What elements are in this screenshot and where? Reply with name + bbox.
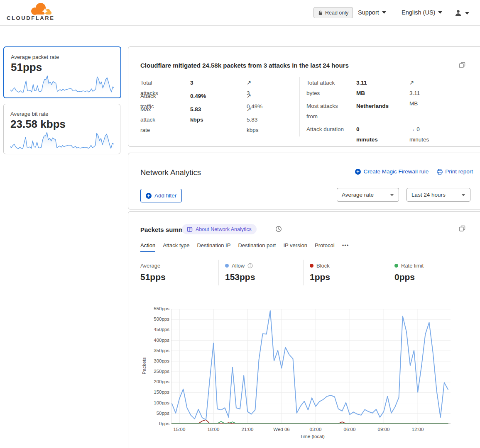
y-tick: 250pps [137,369,169,374]
x-axis-title: Time (local) [279,434,345,439]
stat-trend: ↗ 5.83 kbps [247,104,259,135]
stat-value: 5.83 kbps [190,104,203,125]
support-label: Support [358,9,379,16]
stat-label: Attack duration [306,124,356,134]
stat-value: 3.11 MB [356,78,367,98]
read-only-badge: Read only [313,7,353,18]
stat-trend: ↗ 3.11 MB [409,78,420,109]
about-network-analytics-badge[interactable]: About Network Analytics [182,224,257,234]
block-series-dot [310,264,313,268]
tab-protocol[interactable]: Protocol [315,242,335,252]
top-header: CLOUDFLARE Read only Support English (US… [0,0,480,26]
support-menu[interactable]: Support [358,9,386,16]
create-magic-firewall-rule-link[interactable]: Create Magic Firewall rule [355,168,429,175]
kpi-label: Average [140,263,160,269]
x-tick: 18:00 [208,427,220,432]
y-axis-title: Packets [142,353,147,378]
kpi-label: Allow [232,263,245,269]
network-analytics-actions: Create Magic Firewall rule Print report [307,168,473,175]
kpi-value: 1pps [310,272,330,282]
tab-destination-ip[interactable]: Destination IP [197,242,230,252]
allow-series-dot [225,264,229,268]
stat-label: Max attack rate [140,104,155,135]
y-tick: 300pps [137,358,169,363]
brand-wordmark: CLOUDFLARE [7,15,55,21]
chevron-down-icon [382,11,386,14]
x-tick: 12:00 [412,427,424,432]
kpi-allow: Allow 153pps [225,263,255,282]
print-report-label: Print report [445,168,473,175]
metric-label: Average bit rate [10,111,120,117]
y-tick: 400pps [137,338,169,343]
kpi-label: Rate limit [401,263,424,269]
x-tick: 15:00 [174,427,186,432]
print-report-link[interactable]: Print report [437,168,473,175]
copy-icon[interactable] [459,62,465,68]
bit-rate-sparkline [10,131,114,151]
kpi-average: Average 51pps [140,263,166,282]
rate-limit-series-dot [394,264,398,268]
language-label: English (US) [402,9,435,16]
dimension-tabs: Action Attack type Destination IP Destin… [140,242,349,252]
stat-value: Netherlands [356,101,389,111]
copy-icon[interactable] [459,225,465,232]
chevron-down-icon [438,11,442,14]
more-tabs-button[interactable]: ••• [342,242,349,252]
packets-summary-chart[interactable] [171,309,451,424]
metric-select[interactable]: Average rate [337,188,399,202]
kpi-block: Block 1pps [310,263,330,282]
cloudflare-cloud-icon [29,2,52,16]
metric-label: Average packet rate [11,54,120,60]
y-tick: 350pps [137,348,169,353]
kpi-divider [303,260,304,285]
metric-select-value: Average rate [342,192,374,198]
x-tick: 06:00 [344,427,356,432]
y-tick: 500pps [137,317,169,321]
language-menu[interactable]: English (US) [402,9,442,16]
packet-rate-sparkline [10,74,114,94]
y-tick: 0pps [137,421,169,426]
create-rule-label: Create Magic Firewall rule [363,168,429,175]
metric-card-packet-rate[interactable]: Average packet rate 51pps [3,46,121,98]
printer-icon [437,169,443,175]
tab-destination-port[interactable]: Destination port [238,242,276,252]
stat-value: 0.49% [190,91,206,101]
tab-attack-type[interactable]: Attack type [163,242,189,252]
kpi-divider [218,260,219,285]
y-tick: 450pps [137,327,169,332]
metric-value: 23.58 kbps [10,118,120,131]
kpi-rate-limit: Rate limit 0pps [394,263,424,282]
lock-icon [318,10,323,15]
tab-ip-version[interactable]: IP version [283,242,307,252]
history-clock-icon[interactable] [275,226,282,232]
y-tick: 200pps [137,379,169,384]
kpi-value: 0pps [394,272,424,282]
chevron-down-icon [461,194,465,196]
add-filter-button[interactable]: Add filter [140,189,182,202]
about-badge-label: About Network Analytics [196,226,252,232]
add-filter-label: Add filter [154,192,176,199]
chevron-down-icon [465,12,469,15]
metric-card-bit-rate[interactable]: Average bit rate 23.58 kbps [3,104,120,154]
account-menu[interactable] [454,9,469,17]
user-icon [454,9,462,17]
info-icon[interactable] [247,263,253,268]
page: CLOUDFLARE Read only Support English (US… [0,0,480,448]
book-icon [187,226,193,232]
kpi-value: 51pps [140,272,166,282]
chevron-down-icon [390,194,394,196]
time-range-select[interactable]: Last 24 hours [407,188,470,202]
stat-value: 3 [190,78,193,88]
y-tick: 50pps [137,411,169,416]
plus-circle-icon [146,193,152,199]
kpi-divider [388,260,388,285]
metric-value: 51pps [11,61,120,74]
read-only-label: Read only [325,10,348,16]
time-range-select-value: Last 24 hours [411,192,446,198]
x-tick: Wed 06 [273,427,289,432]
kpi-value: 153pps [225,272,255,282]
tab-action[interactable]: Action [140,242,155,252]
network-analytics-card: Network Analytics Create Magic Firewall … [128,153,480,209]
stat-value: 0 minutes [356,124,378,145]
stat-trend: → 0 minutes [409,124,429,145]
